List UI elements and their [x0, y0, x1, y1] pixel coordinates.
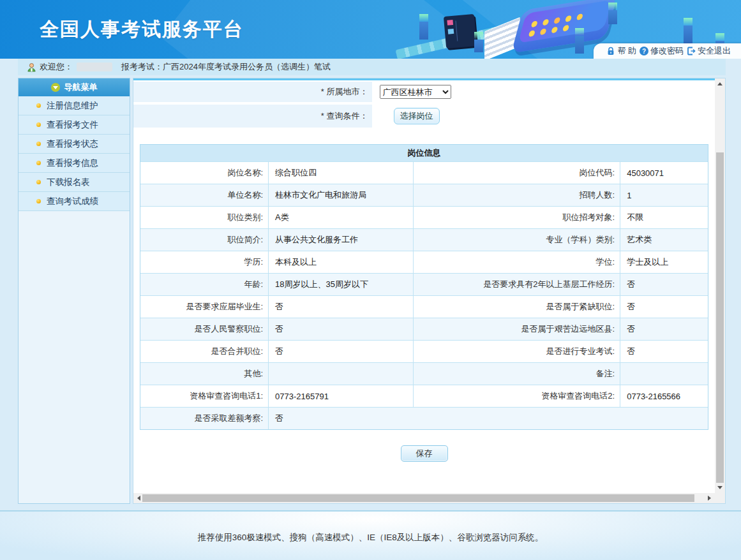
sidebar-item-label: 注册信息维护 [47, 100, 98, 112]
table-row: 岗位名称:综合职位四岗位代码:45030071 [140, 161, 708, 184]
bullet-icon [36, 103, 41, 108]
field-label: 是否属于紧缺职位: [413, 296, 620, 318]
field-value: 综合职位四 [268, 162, 413, 184]
field-label: 是否属于艰苦边远地区县: [413, 318, 620, 340]
field-value: 18周岁以上、35周岁以下 [268, 274, 413, 295]
city-select[interactable]: 广西区桂林市 [380, 85, 451, 99]
sidebar-menu: 注册信息维护查看报考文件查看报考状态查看报考信息下载报名表查询考试成绩 [19, 96, 130, 211]
arrow-right-icon [708, 496, 714, 501]
help-link[interactable]: 帮 助 [606, 45, 636, 57]
sidebar-item[interactable]: 下载报名表 [19, 173, 130, 192]
table-row: 是否采取差额考察:否 [140, 407, 708, 429]
table-row: 是否要求应届毕业生:否是否属于紧缺职位:否 [140, 295, 708, 318]
bullet-icon [36, 142, 41, 146]
question-icon: ? [640, 47, 648, 55]
table-row: 职位简介:从事公共文化服务工作专业（学科）类别:艺术类 [140, 228, 708, 251]
field-value: 否 [620, 318, 708, 340]
query-label: * 查询条件： [133, 105, 372, 128]
change-password-label: 修改密码 [650, 45, 684, 57]
field-value: 本科及以上 [268, 251, 413, 273]
table-row: 学历:本科及以上学位:学士及以上 [140, 251, 708, 273]
arrow-up-icon [717, 80, 722, 85]
field-label: 岗位名称: [140, 162, 268, 184]
logout-link[interactable]: 安全退出 [687, 45, 731, 57]
arrow-down-icon [717, 486, 722, 492]
field-value: 否 [268, 318, 413, 340]
job-table-title: 岗位信息 [140, 145, 708, 161]
field-value: A类 [268, 207, 413, 228]
field-value: 否 [268, 341, 413, 362]
field-label: 岗位代码: [413, 162, 620, 184]
field-label: 资格审查咨询电话1: [140, 385, 268, 407]
table-row: 是否合并职位:否是否进行专业考试:否 [140, 340, 708, 362]
masked-username [77, 63, 112, 71]
field-label: 单位名称: [140, 184, 268, 206]
table-row: 其他:备注: [140, 362, 708, 385]
field-value: 否 [268, 296, 413, 318]
bullet-icon [36, 122, 41, 127]
field-label: 职位招考对象: [413, 207, 620, 228]
app-header: 全国人事考试服务平台 帮 助 ? 修改密码 安全退出 [0, 0, 741, 59]
field-label: 其他: [140, 363, 268, 385]
table-row: 是否人民警察职位:否是否属于艰苦边远地区县:否 [140, 318, 708, 340]
scroll-right-button[interactable] [705, 493, 715, 503]
field-value: 否 [620, 296, 708, 318]
change-password-link[interactable]: ? 修改密码 [640, 45, 684, 57]
field-label: 资格审查咨询电话2: [413, 385, 620, 407]
city-form-row: * 所属地市： 广西区桂林市 [133, 82, 715, 102]
table-row: 职位类别:A类职位招考对象:不限 [140, 206, 708, 228]
field-value: 否 [620, 274, 708, 295]
sidebar: 导航菜单 注册信息维护查看报考文件查看报考状态查看报考信息下载报名表查询考试成绩 [18, 78, 130, 504]
horizontal-scroll-thumb[interactable] [142, 494, 694, 502]
illustration-pillar [575, 36, 584, 54]
sidebar-item[interactable]: 查看报考信息 [19, 154, 130, 173]
browser-recommendation: 推荐使用360极速模式、搜狗（高速模式）、IE（IE8及以上版本）、谷歌浏览器访… [198, 533, 544, 542]
city-label: * 所属地市： [133, 82, 372, 102]
field-label: 是否进行专业考试: [413, 341, 620, 362]
table-row: 年龄:18周岁以上、35周岁以下是否要求具有2年以上基层工作经历:否 [140, 273, 708, 295]
utility-bar: 帮 助 ? 修改密码 安全退出 [594, 43, 741, 59]
scroll-up-button[interactable] [715, 78, 725, 89]
sidebar-header[interactable]: 导航菜单 [19, 78, 130, 96]
collapse-icon [51, 83, 60, 92]
query-form-row: * 查询条件： 选择岗位 [133, 105, 715, 128]
field-value: 0773-2165791 [268, 385, 413, 407]
welcome-label: 欢迎您： [40, 61, 73, 73]
field-label: 是否要求应届毕业生: [140, 296, 268, 318]
sidebar-item-label: 查看报考状态 [47, 138, 98, 150]
sidebar-item[interactable]: 查询考试成绩 [19, 192, 130, 211]
table-row: 单位名称:桂林市文化广电和旅游局招聘人数:1 [140, 184, 708, 206]
horizontal-scrollbar[interactable] [133, 493, 715, 503]
illustration-pillar [474, 40, 483, 52]
content-scroll-area: * 所属地市： 广西区桂林市 * 查询条件： 选择岗位 岗位信息 岗位名称:综合… [133, 78, 715, 493]
main-area: 导航菜单 注册信息维护查看报考文件查看报考状态查看报考信息下载报名表查询考试成绩… [18, 78, 726, 504]
field-label: 招聘人数: [413, 184, 620, 206]
page-footer: 推荐使用360极速模式、搜狗（高速模式）、IE（IE8及以上版本）、谷歌浏览器访… [0, 510, 741, 560]
sidebar-item-label: 查询考试成绩 [47, 196, 98, 207]
field-value: 艺术类 [620, 229, 708, 251]
field-value: 桂林市文化广电和旅游局 [268, 184, 413, 206]
scrollbar-corner [715, 493, 725, 503]
sidebar-item[interactable]: 注册信息维护 [19, 96, 130, 115]
illustration-pillar [419, 22, 428, 40]
sidebar-item[interactable]: 查看报考状态 [19, 135, 130, 154]
vertical-scroll-thumb[interactable] [716, 152, 724, 483]
vertical-scrollbar[interactable] [715, 78, 725, 493]
table-row: 资格审查咨询电话1:0773-2165791资格审查咨询电话2:0773-216… [140, 385, 708, 407]
field-label: 职位类别: [140, 207, 268, 228]
sidebar-item[interactable]: 查看报考文件 [19, 115, 130, 135]
field-value: 不限 [620, 207, 708, 228]
bullet-icon [36, 161, 41, 165]
sidebar-item-label: 查看报考信息 [47, 158, 98, 169]
scroll-down-button[interactable] [715, 483, 725, 493]
field-label: 是否要求具有2年以上基层工作经历: [413, 274, 620, 295]
field-label: 职位简介: [140, 229, 268, 251]
page-title: 全国人事考试服务平台 [40, 17, 244, 43]
save-button[interactable]: 保存 [401, 445, 448, 462]
field-value: 从事公共文化服务工作 [268, 229, 413, 251]
field-label: 学历: [140, 251, 268, 273]
logout-icon [687, 47, 696, 55]
choose-post-button[interactable]: 选择岗位 [394, 108, 440, 124]
field-value: 否 [620, 341, 708, 362]
exam-info: 报考考试：广西2024年度考试录用公务员（选调生）笔试 [121, 61, 331, 73]
